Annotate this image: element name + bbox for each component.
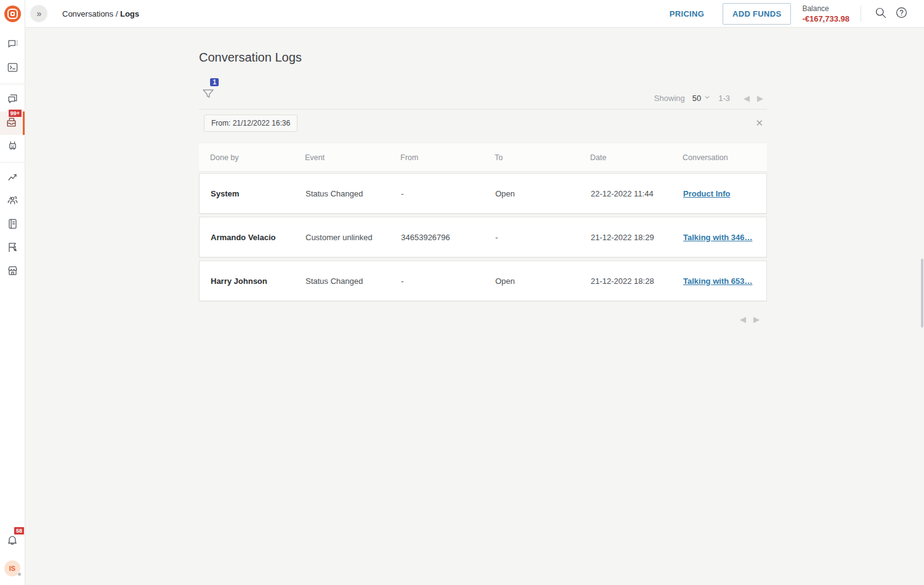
column-header-date: Date xyxy=(590,153,683,162)
next-page-button[interactable]: ▶ xyxy=(753,94,767,103)
inbox-badge: 99+ xyxy=(8,109,22,118)
column-header-from: From xyxy=(400,153,495,162)
column-header-to: To xyxy=(495,153,590,162)
notifications-button[interactable]: 58 xyxy=(0,530,25,553)
sidebar-expand-button[interactable]: » xyxy=(30,5,47,22)
sidebar-item-inbox-active[interactable]: 99+ xyxy=(0,111,25,135)
table-row: Harry JohnsonStatus Changed-Open21-12-20… xyxy=(199,260,767,301)
showing-label: Showing xyxy=(654,94,685,103)
cell-conversation: Talking with 653… xyxy=(683,276,766,286)
sidebar-item-conversations[interactable] xyxy=(0,88,25,111)
sidebar-item-campaigns[interactable] xyxy=(0,236,25,260)
search-button[interactable] xyxy=(872,6,888,22)
page-title: Conversation Logs xyxy=(199,50,767,65)
brand-logo[interactable] xyxy=(4,6,21,22)
cell-event: Status Changed xyxy=(306,189,401,198)
table-row: Armando VelacioCustomer unlinked34653926… xyxy=(199,217,767,257)
cell-date: 21-12-2022 18:28 xyxy=(591,276,683,286)
cell-from: - xyxy=(401,189,495,198)
active-filters-row: From: 21/12/2022 16:36 ✕ xyxy=(199,109,767,137)
sidebar-item-analytics[interactable] xyxy=(0,166,25,190)
user-avatar[interactable]: IS xyxy=(4,560,20,576)
breadcrumb-current: Logs xyxy=(120,9,139,18)
page-size-select[interactable]: 50 xyxy=(692,94,711,103)
breadcrumb: Conversations / Logs xyxy=(62,9,139,18)
terminal-icon xyxy=(7,62,18,76)
filter-chip[interactable]: From: 21/12/2022 16:36 xyxy=(204,115,298,132)
column-header-event: Event xyxy=(305,153,400,162)
cell-done-by: Armando Velacio xyxy=(211,233,306,242)
table-toolbar: 1 Showing 50 1-3 ◀ ▶ xyxy=(199,81,767,103)
top-header: » Conversations / Logs PRICING ADD FUNDS… xyxy=(25,0,924,28)
brand-logo-ring xyxy=(10,12,15,16)
funnel-icon xyxy=(201,93,216,103)
balance-value: -€167,733.98 xyxy=(802,14,849,23)
prev-page-button[interactable]: ◀ xyxy=(740,94,753,103)
cell-event: Customer unlinked xyxy=(306,233,401,242)
header-divider xyxy=(861,6,861,22)
showing-group: Showing 50 1-3 ◀ ▶ xyxy=(654,94,767,103)
top-pager: ◀ ▶ xyxy=(740,94,767,103)
filter-button[interactable]: 1 xyxy=(201,87,217,103)
cell-to: Open xyxy=(495,276,591,286)
conversation-link[interactable]: Talking with 653… xyxy=(683,276,752,286)
cell-conversation: Talking with 346… xyxy=(683,233,766,242)
cell-event: Status Changed xyxy=(306,276,401,286)
cell-date: 21-12-2022 18:29 xyxy=(591,233,683,242)
cell-from: 34653926796 xyxy=(401,233,495,242)
table-header: Done by Event From To Date Conversation xyxy=(199,143,767,172)
duplicate-chats-icon xyxy=(7,93,18,107)
sidebar-item-developers[interactable] xyxy=(0,57,25,80)
add-funds-button[interactable]: ADD FUNDS xyxy=(723,3,791,25)
help-button[interactable] xyxy=(893,6,909,22)
balance-label: Balance xyxy=(802,4,849,13)
avatar-initials: IS xyxy=(9,565,15,572)
main-content: Conversation Logs 1 Showing 50 1-3 ◀ xyxy=(25,28,924,585)
line-chart-icon xyxy=(7,171,18,185)
column-header-conversation: Conversation xyxy=(683,153,767,162)
sidebar-item-marketplace[interactable] xyxy=(0,260,25,283)
cell-done-by: System xyxy=(211,189,306,198)
sidebar-item-chat[interactable] xyxy=(0,33,25,57)
bottom-pager: ◀ ▶ xyxy=(199,315,767,324)
range-label: 1-3 xyxy=(718,94,730,103)
column-header-done-by: Done by xyxy=(210,153,305,162)
cell-date: 22-12-2022 11:44 xyxy=(591,189,683,198)
breadcrumb-section[interactable]: Conversations / xyxy=(62,9,118,18)
pricing-link[interactable]: PRICING xyxy=(670,9,704,18)
search-icon xyxy=(874,6,887,22)
bell-icon xyxy=(6,534,18,549)
balance-block: Balance -€167,733.98 xyxy=(802,4,849,23)
cell-to: Open xyxy=(495,189,591,198)
chevron-down-icon xyxy=(701,94,711,103)
chat-dots-icon xyxy=(7,38,18,52)
status-dot xyxy=(17,572,22,576)
bot-icon xyxy=(7,140,18,154)
sidebar: 99+ 58 xyxy=(0,0,25,585)
cell-done-by: Harry Johnson xyxy=(211,276,306,286)
sidebar-item-contacts[interactable] xyxy=(0,190,25,213)
table-row: SystemStatus Changed-Open22-12-2022 11:4… xyxy=(199,173,767,214)
inbox-icon xyxy=(6,116,17,131)
sidebar-bottom: 58 IS xyxy=(0,530,25,585)
sidebar-divider xyxy=(0,84,25,84)
storefront-icon xyxy=(7,265,18,279)
scrollbar-thumb[interactable] xyxy=(921,259,923,328)
book-icon xyxy=(7,218,18,232)
next-page-button[interactable]: ▶ xyxy=(750,315,763,324)
cell-to: - xyxy=(495,233,591,242)
filter-count-badge: 1 xyxy=(210,78,219,86)
notifications-badge: 58 xyxy=(14,526,25,535)
page-size-value: 50 xyxy=(692,94,701,103)
cell-conversation: Product Info xyxy=(683,189,766,198)
conversation-link[interactable]: Talking with 346… xyxy=(683,233,752,242)
close-icon[interactable]: ✕ xyxy=(752,118,767,129)
sidebar-item-flowbuilder-bot[interactable] xyxy=(0,135,25,158)
sidebar-item-docs[interactable] xyxy=(0,213,25,236)
flag-cursor-icon xyxy=(7,241,18,256)
prev-page-button[interactable]: ◀ xyxy=(736,315,750,324)
conversation-link[interactable]: Product Info xyxy=(683,189,731,198)
cell-from: - xyxy=(401,276,495,286)
table-body: SystemStatus Changed-Open22-12-2022 11:4… xyxy=(199,173,767,301)
help-icon xyxy=(895,6,908,22)
